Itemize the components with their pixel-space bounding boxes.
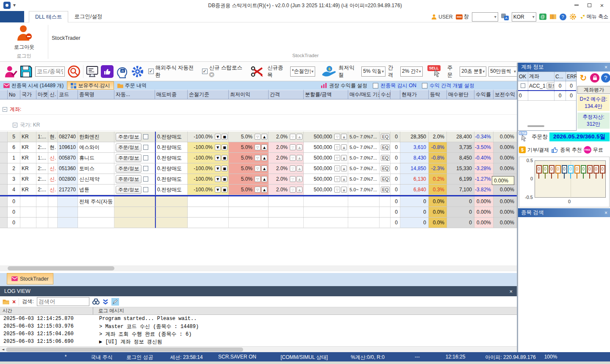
col-header-no[interactable]: No bbox=[8, 90, 20, 99]
spin-up-icon[interactable]: ▲ bbox=[261, 176, 267, 182]
free-label[interactable]: 무료 bbox=[593, 146, 603, 154]
spin-up-icon[interactable]: ▲ bbox=[341, 165, 347, 171]
summary-row[interactable]: 0전체 주식(자동 체크 권장)000.0%00.00%0.00% bbox=[0, 196, 517, 207]
order-info-button[interactable]: 주문/정보 bbox=[116, 165, 141, 173]
spin-down-icon[interactable]: ▽ bbox=[334, 155, 340, 161]
col-header-nw[interactable]: 신. bbox=[48, 90, 58, 99]
spin-up-icon[interactable]: ▲ bbox=[341, 144, 347, 150]
log-row[interactable]: 2025-06-03 12:14:25.870Program started..… bbox=[0, 315, 517, 323]
table-row[interactable]: 3KR2:...신.002800신신제약주문/정보0.전량매도-100.0%▼■… bbox=[0, 174, 517, 185]
scrollbar-thumb[interactable] bbox=[527, 125, 544, 127]
spin-up-icon[interactable]: ▲ bbox=[297, 176, 302, 182]
group-row-account[interactable]: − 계좌: bbox=[0, 105, 517, 115]
close-icon[interactable]: × bbox=[604, 64, 607, 70]
spin-down-icon[interactable]: ▽ bbox=[290, 155, 296, 161]
table-row[interactable]: 1KR1:...신.005870휴니드주문/정보0.전량매도-100.0%▼■5… bbox=[0, 153, 517, 163]
account-row[interactable]: 0 0 0 bbox=[518, 91, 576, 101]
spin-up-icon[interactable]: ▲ bbox=[341, 134, 347, 140]
spin-down-icon[interactable]: ▽ bbox=[334, 134, 340, 140]
spin-down-icon[interactable]: ▽ bbox=[334, 144, 340, 150]
col-header-avg[interactable]: 매수평단 bbox=[447, 90, 474, 99]
binoculars-icon[interactable] bbox=[92, 298, 100, 305]
stocktrader-item[interactable]: StockTrader bbox=[52, 35, 80, 41]
order-info-button[interactable]: 주문/정보 bbox=[116, 143, 141, 152]
money-hand-icon[interactable]: $ bbox=[321, 65, 336, 78]
scrollbar-thumb[interactable] bbox=[6, 347, 243, 352]
language-select[interactable]: KOR▾ bbox=[512, 12, 536, 22]
auto-checkbox[interactable] bbox=[143, 166, 148, 171]
account-col-name[interactable]: 계좌 bbox=[528, 72, 555, 81]
user-check-icon[interactable] bbox=[4, 65, 17, 78]
user-button[interactable]: USER bbox=[431, 14, 452, 20]
col-header-basis[interactable]: 매수/매도 기준... bbox=[348, 90, 380, 99]
spin-up-icon[interactable]: ▲ bbox=[341, 155, 347, 161]
account-col-ok[interactable]: OK bbox=[518, 72, 528, 81]
recommend-settings-button[interactable]: 권장 수익률 설정 bbox=[329, 82, 368, 89]
book-icon[interactable] bbox=[549, 14, 557, 20]
table-row[interactable]: 5KR1:...현.082740한화엔진주문/정보0.전량매도-100.0%▼■… bbox=[0, 132, 517, 142]
spin-down-icon[interactable]: ▽ bbox=[334, 176, 340, 182]
spin-down-icon[interactable]: ▼ bbox=[215, 165, 221, 171]
thumbs-up-icon[interactable] bbox=[101, 65, 113, 78]
individual-gap-checkbox[interactable] bbox=[422, 83, 427, 88]
sell-cursor-icon[interactable]: SELL bbox=[427, 64, 445, 79]
auto-checkbox[interactable] bbox=[143, 134, 148, 139]
spin-down-icon[interactable]: ▼ bbox=[215, 187, 221, 193]
gap-select[interactable]: 2% 간격▾ bbox=[400, 66, 423, 77]
spin-up-icon[interactable]: ■ bbox=[222, 187, 227, 193]
col-header-market[interactable]: 마켓 bbox=[36, 90, 48, 99]
spin-up-icon[interactable]: ▲ bbox=[297, 155, 302, 161]
new-stoploss-checkbox[interactable]: ✓ 신규 스탑로스 ◎ bbox=[202, 64, 248, 79]
tab-holdings-watch[interactable]: 보유주식.감시 bbox=[67, 81, 114, 90]
file-button[interactable] bbox=[0, 11, 24, 22]
spin-down-icon[interactable]: ▽ bbox=[290, 134, 296, 140]
spin-up-icon[interactable]: ▲ bbox=[341, 187, 347, 193]
log-col-message[interactable]: 로그 메시지 bbox=[93, 307, 124, 314]
spin-up-icon[interactable]: ▲ bbox=[341, 176, 347, 182]
close-icon[interactable]: × bbox=[596, 1, 608, 9]
col-header-gap[interactable]: 간격 bbox=[269, 90, 304, 99]
auto-checkbox[interactable] bbox=[143, 187, 148, 192]
ai-brain-icon[interactable]: AI bbox=[116, 65, 129, 78]
spin-down-icon[interactable]: ▽ bbox=[255, 134, 261, 140]
close-icon[interactable]: × bbox=[509, 288, 513, 295]
lock-icon[interactable] bbox=[590, 73, 599, 83]
tab-login-settings[interactable]: 로그인/설정 bbox=[68, 11, 108, 22]
col-header-code[interactable]: 코드 bbox=[58, 90, 78, 99]
logout-button[interactable]: 로그아웃 bbox=[8, 25, 40, 51]
spin-up-icon[interactable]: ▲ bbox=[261, 144, 267, 150]
order-info-button[interactable]: 주문/정보 bbox=[116, 133, 141, 141]
table-row[interactable]: 4KR2:...신.217270넵튠주문/정보0.전량매도-100.0%▼■5.… bbox=[0, 185, 517, 195]
auto-checkbox[interactable] bbox=[143, 176, 148, 182]
order-time-select[interactable]: 20초 분할▾ bbox=[460, 66, 486, 77]
spin-down-icon[interactable]: ▽ bbox=[290, 187, 296, 193]
account-col-err[interactable]: ERR bbox=[566, 72, 577, 81]
spin-down-icon[interactable]: ▽ bbox=[255, 176, 261, 182]
min-profit-select[interactable]: 5% 익절▾ bbox=[361, 66, 385, 77]
log-row[interactable]: 2025-06-03 12:15:03.976> Master 코드 수신 (종… bbox=[0, 323, 517, 330]
tab-all-quotes[interactable]: 전종목 시세 (14489 개) bbox=[0, 81, 67, 90]
tab-dll-test[interactable]: DLL 테스트 bbox=[29, 11, 68, 22]
grid-horizontal-scrollbar[interactable] bbox=[0, 265, 517, 271]
account-row[interactable]: ACC_1정보 0 0 bbox=[518, 81, 576, 91]
col-header-rowhead[interactable] bbox=[0, 90, 8, 99]
spin-down-icon[interactable]: ▽ bbox=[334, 187, 340, 193]
col-header-zero[interactable] bbox=[391, 90, 400, 99]
scissors-icon[interactable] bbox=[250, 65, 265, 78]
account-checkbox[interactable] bbox=[521, 83, 525, 88]
spin-up-icon[interactable]: ■ bbox=[222, 165, 227, 171]
account-info-button[interactable]: 정보 bbox=[546, 83, 555, 89]
col-header-country[interactable]: 국가 bbox=[20, 90, 36, 99]
col-header-auto[interactable]: 자동... bbox=[114, 90, 155, 99]
order-amount-select[interactable]: 50만원씩 분할▾ bbox=[488, 66, 518, 77]
col-header-ratio[interactable]: 손절기준 bbox=[188, 90, 229, 99]
edit-log-icon[interactable] bbox=[111, 298, 119, 306]
spin-down-icon[interactable]: ▽ bbox=[255, 187, 261, 193]
auto-checkbox[interactable] bbox=[143, 145, 148, 150]
spin-up-icon[interactable]: ▲ bbox=[261, 155, 267, 161]
spin-down-icon[interactable]: ▽ bbox=[255, 155, 261, 161]
log-search-input[interactable] bbox=[37, 297, 89, 306]
col-header-name[interactable]: 종목명 bbox=[78, 90, 114, 99]
table-row[interactable]: 2KR2:...신.051360토비스주문/정보0.전량매도-100.0%▼■5… bbox=[0, 163, 517, 174]
spin-up-icon[interactable]: ▲ bbox=[297, 187, 302, 193]
